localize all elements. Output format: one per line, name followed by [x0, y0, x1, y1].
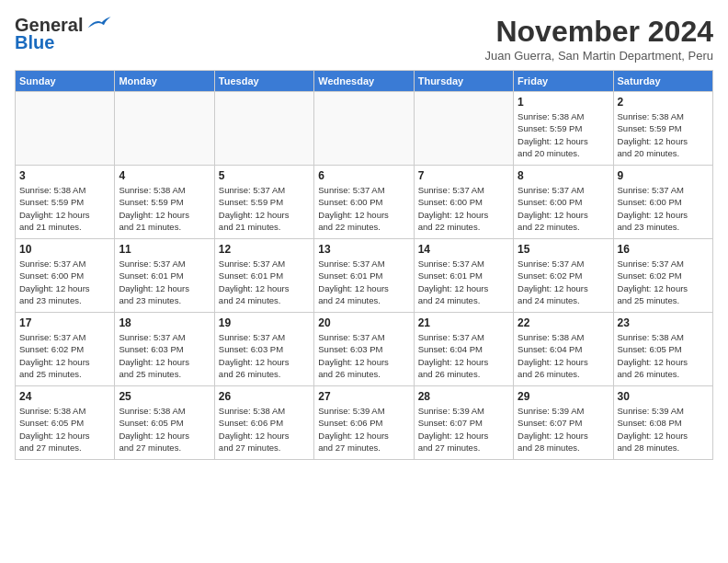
calendar-cell: [314, 92, 414, 166]
logo: General Blue: [15, 15, 112, 53]
weekday-header-row: SundayMondayTuesdayWednesdayThursdayFrid…: [16, 71, 713, 92]
week-row-3: 10Sunrise: 5:37 AM Sunset: 6:00 PM Dayli…: [16, 239, 713, 313]
day-number: 13: [318, 243, 409, 256]
day-number: 3: [19, 169, 110, 182]
day-info: Sunrise: 5:37 AM Sunset: 6:02 PM Dayligh…: [19, 331, 110, 380]
day-number: 23: [618, 316, 709, 329]
calendar-cell: 11Sunrise: 5:37 AM Sunset: 6:01 PM Dayli…: [115, 239, 214, 313]
day-info: Sunrise: 5:38 AM Sunset: 6:06 PM Dayligh…: [219, 405, 310, 454]
day-number: 8: [518, 169, 609, 182]
day-info: Sunrise: 5:37 AM Sunset: 6:00 PM Dayligh…: [618, 184, 709, 233]
calendar-cell: 6Sunrise: 5:37 AM Sunset: 6:00 PM Daylig…: [314, 166, 414, 239]
day-info: Sunrise: 5:37 AM Sunset: 6:03 PM Dayligh…: [119, 331, 210, 380]
logo-bird-icon: [85, 15, 112, 33]
day-number: 7: [418, 169, 509, 182]
day-info: Sunrise: 5:39 AM Sunset: 6:08 PM Dayligh…: [618, 405, 709, 454]
day-info: Sunrise: 5:37 AM Sunset: 6:00 PM Dayligh…: [19, 258, 110, 306]
calendar-cell: 23Sunrise: 5:38 AM Sunset: 6:05 PM Dayli…: [613, 313, 712, 386]
calendar-cell: 21Sunrise: 5:37 AM Sunset: 6:04 PM Dayli…: [414, 313, 513, 386]
day-number: 4: [119, 169, 210, 182]
day-info: Sunrise: 5:37 AM Sunset: 6:00 PM Dayligh…: [318, 184, 409, 233]
weekday-header-sunday: Sunday: [16, 71, 115, 92]
day-number: 21: [418, 316, 509, 329]
day-number: 11: [119, 243, 210, 256]
calendar-cell: 16Sunrise: 5:37 AM Sunset: 6:02 PM Dayli…: [613, 239, 712, 313]
calendar-cell: 7Sunrise: 5:37 AM Sunset: 6:00 PM Daylig…: [414, 166, 513, 239]
day-number: 2: [618, 96, 709, 109]
calendar-cell: 27Sunrise: 5:39 AM Sunset: 6:06 PM Dayli…: [314, 386, 414, 460]
weekday-header-thursday: Thursday: [414, 71, 513, 92]
calendar-cell: 22Sunrise: 5:38 AM Sunset: 6:04 PM Dayli…: [514, 313, 613, 386]
title-block: November 2024 Juan Guerra, San Martin De…: [484, 15, 713, 63]
day-info: Sunrise: 5:39 AM Sunset: 6:07 PM Dayligh…: [418, 405, 509, 454]
day-info: Sunrise: 5:37 AM Sunset: 6:03 PM Dayligh…: [318, 331, 409, 380]
day-info: Sunrise: 5:37 AM Sunset: 6:02 PM Dayligh…: [518, 258, 609, 306]
calendar-cell: 19Sunrise: 5:37 AM Sunset: 6:03 PM Dayli…: [214, 313, 313, 386]
day-info: Sunrise: 5:37 AM Sunset: 6:01 PM Dayligh…: [219, 258, 310, 306]
day-number: 28: [418, 390, 509, 403]
day-info: Sunrise: 5:38 AM Sunset: 6:04 PM Dayligh…: [518, 331, 609, 380]
location-subtitle: Juan Guerra, San Martin Department, Peru: [484, 49, 713, 63]
calendar-cell: 20Sunrise: 5:37 AM Sunset: 6:03 PM Dayli…: [314, 313, 414, 386]
calendar-cell: 15Sunrise: 5:37 AM Sunset: 6:02 PM Dayli…: [514, 239, 613, 313]
weekday-header-saturday: Saturday: [613, 71, 712, 92]
day-number: 30: [618, 390, 709, 403]
day-info: Sunrise: 5:37 AM Sunset: 6:03 PM Dayligh…: [219, 331, 310, 380]
weekday-header-monday: Monday: [115, 71, 214, 92]
logo-blue: Blue: [15, 32, 54, 53]
day-number: 9: [618, 169, 709, 182]
week-row-4: 17Sunrise: 5:37 AM Sunset: 6:02 PM Dayli…: [16, 313, 713, 386]
calendar-cell: 24Sunrise: 5:38 AM Sunset: 6:05 PM Dayli…: [16, 386, 115, 460]
day-info: Sunrise: 5:37 AM Sunset: 5:59 PM Dayligh…: [219, 184, 310, 233]
calendar-table: SundayMondayTuesdayWednesdayThursdayFrid…: [15, 70, 713, 460]
calendar-cell: [214, 92, 313, 166]
calendar-cell: 12Sunrise: 5:37 AM Sunset: 6:01 PM Dayli…: [214, 239, 313, 313]
calendar-cell: [16, 92, 115, 166]
calendar-cell: [115, 92, 214, 166]
calendar-cell: 1Sunrise: 5:38 AM Sunset: 5:59 PM Daylig…: [514, 92, 613, 166]
day-info: Sunrise: 5:37 AM Sunset: 6:01 PM Dayligh…: [318, 258, 409, 306]
day-number: 10: [19, 243, 110, 256]
calendar-cell: 8Sunrise: 5:37 AM Sunset: 6:00 PM Daylig…: [514, 166, 613, 239]
calendar-cell: 29Sunrise: 5:39 AM Sunset: 6:07 PM Dayli…: [514, 386, 613, 460]
weekday-header-friday: Friday: [514, 71, 613, 92]
calendar-cell: [414, 92, 513, 166]
day-number: 6: [318, 169, 409, 182]
day-number: 12: [219, 243, 310, 256]
day-number: 27: [318, 390, 409, 403]
day-info: Sunrise: 5:37 AM Sunset: 6:00 PM Dayligh…: [518, 184, 609, 233]
weekday-header-tuesday: Tuesday: [214, 71, 313, 92]
day-info: Sunrise: 5:38 AM Sunset: 6:05 PM Dayligh…: [618, 331, 709, 380]
page-header: General Blue November 2024 Juan Guerra, …: [15, 15, 713, 63]
day-info: Sunrise: 5:38 AM Sunset: 5:59 PM Dayligh…: [19, 184, 110, 233]
week-row-5: 24Sunrise: 5:38 AM Sunset: 6:05 PM Dayli…: [16, 386, 713, 460]
day-number: 26: [219, 390, 310, 403]
day-number: 22: [518, 316, 609, 329]
day-info: Sunrise: 5:39 AM Sunset: 6:07 PM Dayligh…: [518, 405, 609, 454]
calendar-cell: 5Sunrise: 5:37 AM Sunset: 5:59 PM Daylig…: [214, 166, 313, 239]
calendar-cell: 2Sunrise: 5:38 AM Sunset: 5:59 PM Daylig…: [613, 92, 712, 166]
day-info: Sunrise: 5:37 AM Sunset: 6:01 PM Dayligh…: [119, 258, 210, 306]
day-number: 5: [219, 169, 310, 182]
month-title: November 2024: [484, 15, 713, 49]
day-info: Sunrise: 5:38 AM Sunset: 5:59 PM Dayligh…: [618, 110, 709, 159]
day-info: Sunrise: 5:37 AM Sunset: 6:04 PM Dayligh…: [418, 331, 509, 380]
week-row-2: 3Sunrise: 5:38 AM Sunset: 5:59 PM Daylig…: [16, 166, 713, 239]
day-number: 1: [518, 96, 609, 109]
weekday-header-wednesday: Wednesday: [314, 71, 414, 92]
day-info: Sunrise: 5:37 AM Sunset: 6:00 PM Dayligh…: [418, 184, 509, 233]
calendar-cell: 26Sunrise: 5:38 AM Sunset: 6:06 PM Dayli…: [214, 386, 313, 460]
day-number: 24: [19, 390, 110, 403]
calendar-cell: 25Sunrise: 5:38 AM Sunset: 6:05 PM Dayli…: [115, 386, 214, 460]
day-number: 16: [618, 243, 709, 256]
calendar-cell: 3Sunrise: 5:38 AM Sunset: 5:59 PM Daylig…: [16, 166, 115, 239]
calendar-cell: 13Sunrise: 5:37 AM Sunset: 6:01 PM Dayli…: [314, 239, 414, 313]
day-number: 18: [119, 316, 210, 329]
calendar-cell: 14Sunrise: 5:37 AM Sunset: 6:01 PM Dayli…: [414, 239, 513, 313]
day-number: 15: [518, 243, 609, 256]
day-info: Sunrise: 5:38 AM Sunset: 5:59 PM Dayligh…: [518, 110, 609, 159]
day-number: 20: [318, 316, 409, 329]
calendar-cell: 30Sunrise: 5:39 AM Sunset: 6:08 PM Dayli…: [613, 386, 712, 460]
calendar-cell: 28Sunrise: 5:39 AM Sunset: 6:07 PM Dayli…: [414, 386, 513, 460]
calendar-cell: 9Sunrise: 5:37 AM Sunset: 6:00 PM Daylig…: [613, 166, 712, 239]
